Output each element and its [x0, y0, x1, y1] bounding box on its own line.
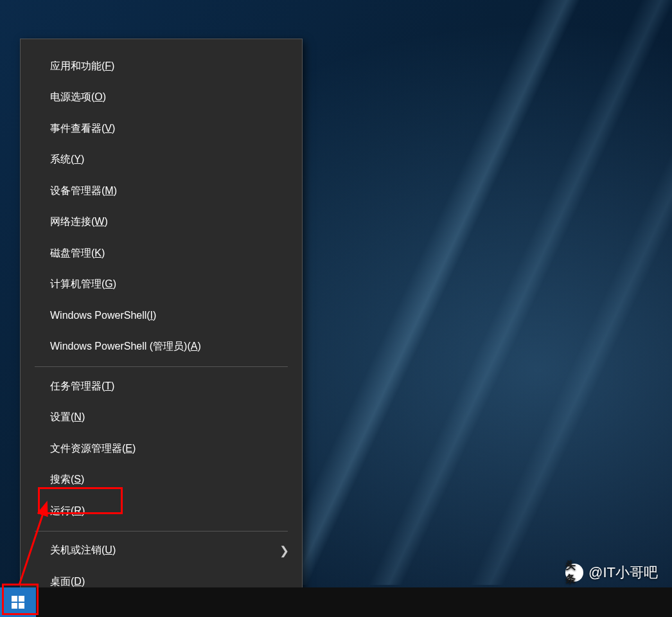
- menu-item[interactable]: 电源选项(O): [21, 82, 302, 114]
- menu-item-label: 应用和功能(F): [50, 60, 114, 73]
- menu-item[interactable]: 计算机管理(G): [21, 269, 302, 301]
- menu-separator: [35, 366, 288, 367]
- menu-item-label: Windows PowerShell (管理员)(A): [50, 340, 201, 353]
- watermark-text: @IT小哥吧: [588, 563, 658, 582]
- menu-item-label: 任务管理器(T): [50, 380, 114, 393]
- menu-item[interactable]: 文件资源管理器(E): [21, 433, 302, 465]
- winx-context-menu[interactable]: 应用和功能(F)电源选项(O)事件查看器(V)系统(Y)设备管理器(M)网络连接…: [20, 39, 303, 609]
- menu-item[interactable]: Windows PowerShell (管理员)(A): [21, 332, 302, 363]
- desktop: 回收站 InternetExplorer 应用和功能(F)电源选项(O)事件查看…: [0, 0, 672, 617]
- menu-item[interactable]: 关机或注销(U)❯: [21, 535, 302, 567]
- menu-item[interactable]: 系统(Y): [21, 145, 302, 176]
- menu-item-label: 设备管理器(M): [50, 184, 117, 198]
- chevron-right-icon: ❯: [279, 544, 289, 558]
- menu-item[interactable]: 磁盘管理(K): [21, 238, 302, 269]
- menu-item[interactable]: 应用和功能(F): [21, 51, 302, 82]
- annotation-highlight-run: [38, 487, 123, 514]
- annotation-highlight-start: [2, 584, 39, 615]
- menu-item[interactable]: 任务管理器(T): [21, 371, 302, 402]
- menu-item-label: 计算机管理(G): [50, 278, 116, 291]
- watermark: 头条 @IT小哥吧: [565, 563, 658, 582]
- menu-item[interactable]: 事件查看器(V): [21, 113, 302, 145]
- menu-item-label: 文件资源管理器(E): [50, 442, 136, 456]
- menu-item-label: Windows PowerShell(I): [50, 310, 156, 321]
- menu-item[interactable]: Windows PowerShell(I): [21, 300, 302, 332]
- taskbar[interactable]: [0, 587, 672, 617]
- menu-item-label: 设置(N): [50, 411, 85, 424]
- menu-item[interactable]: 设备管理器(M): [21, 175, 302, 207]
- menu-item-label: 系统(Y): [50, 153, 84, 166]
- menu-item[interactable]: 网络连接(W): [21, 207, 302, 238]
- menu-item-label: 网络连接(W): [50, 215, 108, 229]
- menu-item-label: 电源选项(O): [50, 91, 106, 104]
- menu-item-label: 磁盘管理(K): [50, 247, 105, 260]
- menu-item-label: 关机或注销(U): [50, 544, 116, 557]
- menu-item-label: 搜索(S): [50, 473, 84, 487]
- menu-item-label: 桌面(D): [50, 575, 85, 589]
- toutiao-icon: 头条: [565, 564, 583, 582]
- menu-item-label: 事件查看器(V): [50, 122, 115, 136]
- menu-separator: [35, 531, 288, 532]
- menu-item[interactable]: 设置(N): [21, 402, 302, 434]
